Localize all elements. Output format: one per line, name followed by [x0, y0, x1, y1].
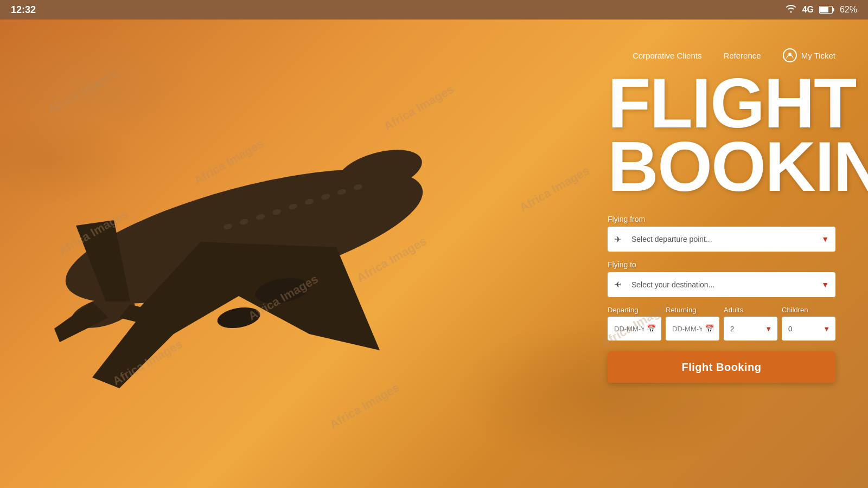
battery-icon — [819, 6, 834, 14]
children-label: Children — [782, 306, 835, 314]
status-bar: 12:32 4G 62% — [0, 0, 868, 20]
departing-wrapper: 📅 — [608, 317, 661, 341]
right-panel: FLIGHT BOOKING Flying from ✈ Select depa… — [608, 72, 835, 383]
airplane-illustration — [11, 52, 477, 442]
returning-label: Returning — [666, 306, 719, 314]
adults-wrapper: 1 2 3 4 5 ▼ — [724, 317, 777, 341]
children-col: Children 0 1 2 3 ▼ — [782, 306, 835, 341]
returning-input[interactable] — [666, 317, 719, 341]
battery-percent: 62% — [840, 5, 857, 15]
returning-col: Returning 📅 — [666, 306, 719, 341]
hero-title-line1: FLIGHT — [608, 72, 835, 135]
flying-to-wrapper: ✈ Select your destination... ▼ — [608, 272, 835, 297]
departing-col: Departing 📅 — [608, 306, 661, 341]
hero-title: FLIGHT BOOKING — [608, 72, 835, 198]
adults-select[interactable]: 1 2 3 4 5 — [724, 317, 777, 341]
svg-rect-2 — [833, 8, 834, 11]
signal-label: 4G — [802, 5, 814, 15]
flying-to-select[interactable]: Select your destination... — [608, 272, 835, 297]
returning-wrapper: 📅 — [666, 317, 719, 341]
adults-label: Adults — [724, 306, 777, 314]
nav-reference[interactable]: Reference — [723, 51, 761, 60]
status-time: 12:32 — [11, 4, 36, 16]
hero-background: Corporative Clients Reference My Ticket … — [0, 20, 868, 488]
plane-depart-icon: ✈ — [614, 234, 621, 245]
flying-from-wrapper: ✈ Select departure point... ▼ — [608, 227, 835, 252]
status-icons: 4G 62% — [785, 4, 857, 15]
my-ticket-label: My Ticket — [801, 51, 835, 60]
svg-rect-1 — [820, 7, 828, 12]
wifi-icon — [785, 4, 797, 15]
hero-title-line2: BOOKING — [608, 135, 835, 198]
svg-point-12 — [215, 304, 261, 331]
children-wrapper: 0 1 2 3 ▼ — [782, 317, 835, 341]
adults-col: Adults 1 2 3 4 5 ▼ — [724, 306, 777, 341]
flying-to-label: Flying to — [608, 260, 835, 269]
flying-to-group: Flying to ✈ Select your destination... ▼ — [608, 260, 835, 297]
flying-from-label: Flying from — [608, 215, 835, 223]
plane-arrive-icon: ✈ — [614, 280, 621, 290]
children-select[interactable]: 0 1 2 3 — [782, 317, 835, 341]
nav-corporate[interactable]: Corporative Clients — [633, 51, 702, 60]
book-button[interactable]: Flight Booking — [608, 351, 835, 383]
departing-label: Departing — [608, 306, 661, 314]
flying-from-select[interactable]: Select departure point... — [608, 227, 835, 252]
nav-my-ticket[interactable]: My Ticket — [783, 48, 835, 62]
user-avatar-icon — [783, 48, 797, 62]
form-bottom-row: Departing 📅 Returning 📅 Adul — [608, 306, 835, 341]
nav-links: Corporative Clients Reference My Ticket — [633, 48, 835, 62]
flying-from-group: Flying from ✈ Select departure point... … — [608, 215, 835, 252]
booking-form: Flying from ✈ Select departure point... … — [608, 215, 835, 383]
departing-input[interactable] — [608, 317, 661, 341]
watermark-text-8: Africa Images — [517, 164, 592, 215]
